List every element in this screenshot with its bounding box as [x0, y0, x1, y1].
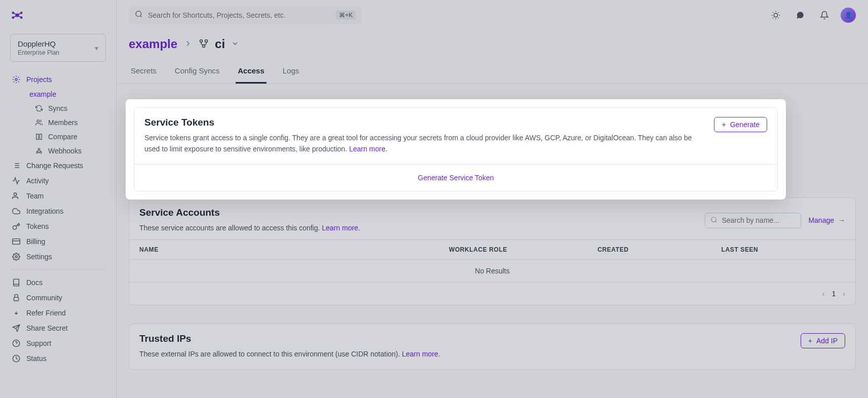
svg-point-21 — [15, 256, 17, 258]
svg-point-5 — [15, 78, 17, 81]
trusted-ips-title: Trusted IPs — [139, 333, 790, 344]
help-icon — [12, 339, 20, 347]
svg-point-30 — [774, 13, 778, 17]
service-accounts-card: Service Accounts These service accounts … — [129, 197, 856, 305]
search-shortcut: ⌘+K — [336, 11, 356, 20]
col-last-seen: LAST SEEN — [722, 246, 845, 253]
nav-refer[interactable]: Refer Friend — [0, 305, 116, 321]
add-ip-button[interactable]: + Add IP — [801, 333, 845, 348]
webhook-icon — [35, 147, 43, 154]
search-icon — [710, 216, 718, 225]
nav-webhooks[interactable]: Webhooks — [0, 144, 116, 158]
nav-share[interactable]: Share Secret — [0, 321, 116, 336]
service-tokens-title: Service Tokens — [144, 117, 704, 128]
org-plan: Enterprise Plan — [18, 49, 59, 56]
nav-compare[interactable]: Compare — [0, 130, 116, 144]
card-icon — [12, 237, 20, 246]
book-icon — [12, 278, 20, 287]
accounts-search-input[interactable] — [722, 216, 796, 224]
plus-icon: + — [722, 121, 726, 129]
nav-change-requests[interactable]: Change Requests — [0, 158, 116, 173]
svg-point-42 — [711, 217, 716, 221]
nav-syncs[interactable]: Syncs — [0, 101, 116, 115]
tab-logs[interactable]: Logs — [281, 61, 301, 84]
community-icon — [12, 294, 20, 302]
nav-settings[interactable]: Settings — [0, 249, 116, 264]
learn-more-link[interactable]: Learn more — [402, 350, 438, 358]
nav-activity[interactable]: Activity — [0, 173, 116, 188]
org-selector[interactable]: DopplerHQ Enterprise Plan ▾ — [10, 34, 106, 62]
accounts-table-head: NAME WORKLACE ROLE CREATED LAST SEEN — [129, 240, 855, 259]
svg-rect-8 — [40, 134, 42, 140]
sidebar: DopplerHQ Enterprise Plan ▾ Projects exa… — [0, 0, 117, 398]
svg-line-37 — [773, 17, 773, 18]
svg-point-40 — [205, 39, 208, 42]
generate-button[interactable]: + Generate — [714, 117, 767, 132]
tab-access[interactable]: Access — [236, 61, 267, 84]
global-search[interactable]: ⌘+K — [129, 6, 362, 24]
logo[interactable] — [0, 8, 116, 34]
clock-icon — [12, 354, 20, 363]
svg-point-18 — [14, 193, 16, 195]
settings-icon — [12, 253, 20, 261]
learn-more-link[interactable]: Learn more — [322, 224, 358, 232]
team-icon — [12, 192, 20, 200]
accounts-search[interactable] — [705, 213, 801, 228]
svg-line-34 — [778, 17, 779, 18]
svg-point-28 — [136, 11, 141, 17]
accounts-empty: No Results — [129, 259, 855, 282]
nav-project-example[interactable]: example — [0, 87, 116, 101]
pager-next[interactable]: › — [843, 290, 845, 298]
svg-rect-19 — [13, 239, 20, 245]
theme-toggle[interactable] — [768, 7, 784, 23]
service-accounts-desc: These service accounts are allowed to ac… — [139, 222, 698, 233]
nav-members[interactable]: Members — [0, 115, 116, 130]
arrow-right-icon: → — [838, 216, 845, 224]
nav-status[interactable]: Status — [0, 351, 116, 366]
svg-line-29 — [140, 16, 142, 17]
svg-line-43 — [715, 221, 717, 222]
chevron-right-icon — [183, 39, 193, 50]
trusted-ips-card: Trusted IPs These external IPs are allow… — [129, 324, 856, 369]
svg-line-33 — [773, 12, 773, 13]
tabs: Secrets Config Syncs Access Logs — [117, 55, 868, 84]
svg-rect-7 — [36, 134, 39, 140]
nav-support[interactable]: Support — [0, 336, 116, 351]
nav-tokens[interactable]: Tokens — [0, 219, 116, 234]
nav-projects[interactable]: Projects — [0, 72, 116, 87]
nav-docs[interactable]: Docs — [0, 275, 116, 290]
handshake-icon — [12, 309, 20, 317]
bell-icon[interactable] — [816, 7, 833, 23]
avatar[interactable]: 👤 — [841, 8, 856, 23]
topbar: ⌘+K 👤 — [117, 0, 868, 24]
search-input[interactable] — [148, 11, 331, 19]
nav-integrations[interactable]: Integrations — [0, 204, 116, 219]
tab-secrets[interactable]: Secrets — [129, 61, 159, 84]
breadcrumb-project[interactable]: example — [129, 37, 177, 51]
pager-prev[interactable]: ‹ — [822, 290, 825, 298]
col-name: NAME — [139, 246, 449, 253]
compare-icon — [35, 133, 43, 140]
plus-icon: + — [808, 337, 812, 345]
manage-button[interactable]: Manage → — [808, 216, 845, 224]
send-icon — [12, 324, 20, 332]
chevron-down-icon: ▾ — [95, 44, 98, 52]
gear-icon — [12, 75, 20, 84]
learn-more-link[interactable]: Learn more — [349, 145, 386, 153]
nav-community[interactable]: Community — [0, 290, 116, 305]
search-icon — [135, 10, 143, 20]
breadcrumb-config[interactable]: ci — [215, 37, 225, 51]
chat-icon[interactable] — [792, 7, 808, 23]
svg-line-38 — [778, 12, 779, 13]
sync-icon — [35, 105, 43, 112]
nav-team[interactable]: Team — [0, 188, 116, 204]
pager-page: 1 — [832, 290, 836, 298]
generate-service-token-link[interactable]: Generate Service Token — [418, 174, 494, 182]
service-tokens-card: Service Tokens Service tokens grant acce… — [134, 107, 778, 191]
cloud-icon — [12, 207, 20, 215]
tab-config-syncs[interactable]: Config Syncs — [173, 61, 221, 84]
col-role: WORKLACE ROLE — [449, 246, 597, 253]
nav-billing[interactable]: Billing — [0, 234, 116, 249]
chevron-down-icon[interactable] — [231, 39, 239, 49]
svg-point-39 — [200, 39, 203, 42]
